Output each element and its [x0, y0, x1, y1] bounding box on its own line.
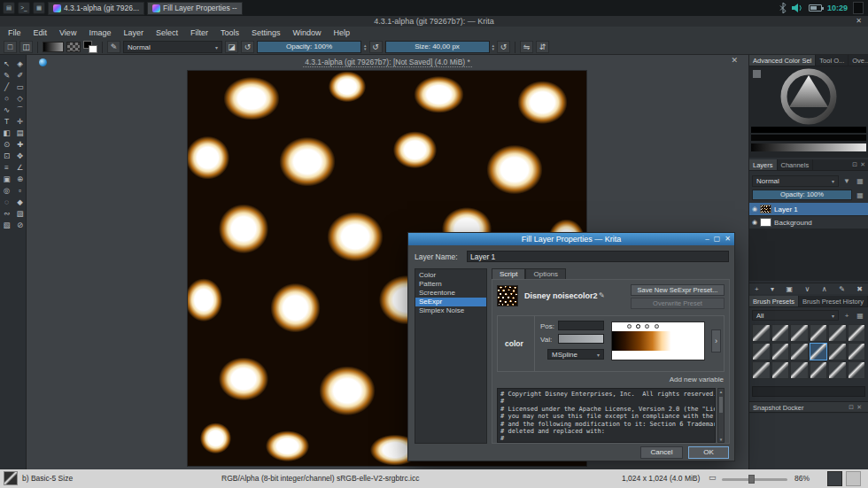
color-sampler-tool[interactable]: ⊙ [0, 139, 13, 151]
docker-tab[interactable]: Brush Presets [749, 296, 799, 306]
docker-tab[interactable]: Ove... [849, 55, 868, 66]
freehand-brush-tool[interactable]: ✎ [0, 70, 13, 81]
similar-select-tool[interactable]: ▧ [0, 220, 13, 231]
brush-view-mode-icon[interactable]: ▦ [855, 312, 865, 320]
close-docker-icon[interactable]: ✕ [860, 161, 865, 168]
file-manager-icon[interactable]: ▦ [33, 2, 45, 14]
add-layer-dropdown-icon[interactable]: ▾ [771, 285, 774, 293]
pattern-chooser[interactable] [66, 42, 81, 52]
menu-item[interactable]: Help [328, 27, 357, 40]
line-tool[interactable]: ╱ [0, 81, 13, 93]
selection-mode-icon[interactable]: ▭ [709, 473, 717, 482]
new-document-button[interactable]: □ [4, 41, 17, 53]
progress-settings-button[interactable] [846, 471, 861, 486]
terminal-icon[interactable]: >_ [18, 2, 30, 14]
gradient-stop[interactable] [645, 324, 649, 329]
menu-item[interactable]: Edit [27, 27, 54, 40]
scroll-up-icon[interactable]: ▴ [718, 389, 724, 394]
menu-item[interactable]: Image [82, 27, 117, 40]
gradient-ramp[interactable] [611, 321, 705, 360]
open-document-button[interactable]: ◫ [19, 41, 33, 53]
docker-tab[interactable]: Brush Preset History [799, 296, 868, 306]
cancel-button[interactable]: Cancel [640, 446, 683, 459]
smart-patch-tool[interactable]: ✚ [13, 139, 27, 151]
menu-item[interactable]: Layer [117, 27, 150, 40]
contiguous-select-tool[interactable]: ▨ [13, 208, 27, 220]
advanced-color-selector[interactable] [749, 66, 868, 158]
gradient-stop[interactable] [655, 324, 659, 329]
brush-editor-toggle[interactable]: ✎ [107, 41, 120, 53]
brush-preset-thumb[interactable] [771, 361, 790, 379]
document-close-icon[interactable]: ✕ [731, 56, 738, 65]
color-selector-triangle[interactable] [760, 68, 857, 125]
layer-row[interactable]: ◉ Background [749, 216, 868, 229]
foreground-background-colors[interactable] [83, 41, 97, 53]
brush-tag-combobox[interactable]: All ▾ [752, 310, 839, 321]
menu-item[interactable]: Select [150, 27, 184, 40]
menu-item[interactable]: View [53, 27, 82, 40]
zoom-slider-handle[interactable] [748, 475, 755, 484]
brush-preset-thumb[interactable] [810, 343, 828, 360]
taskbar-window-button[interactable]: 4.3.1-alpha (git 7926... [48, 2, 144, 15]
layer-opacity-slider[interactable]: Opacity: 100% [752, 190, 852, 200]
close-docker-icon[interactable]: ✕ [856, 401, 862, 413]
generator-item[interactable]: Pattern [415, 280, 486, 289]
pan-tool[interactable]: ⊕ [13, 174, 27, 185]
menu-item[interactable]: Filter [184, 27, 214, 40]
val-field[interactable] [558, 334, 604, 344]
ok-button[interactable]: OK [688, 446, 729, 459]
layer-view-options-icon[interactable]: ▦ [855, 177, 865, 185]
rectangle-tool[interactable]: ▭ [13, 81, 27, 93]
brush-preset-thumb[interactable] [790, 343, 809, 360]
current-brush-thumbnail[interactable] [4, 471, 18, 485]
brush-search-input[interactable] [752, 386, 865, 397]
layer-row[interactable]: ◉ Layer 1 [749, 203, 868, 215]
brush-preset-thumb[interactable] [752, 343, 771, 360]
text-tool[interactable]: T [0, 116, 13, 128]
docker-tab[interactable]: Channels [778, 159, 814, 170]
gradient-tool[interactable]: ▤ [13, 128, 27, 139]
zoom-tool[interactable]: ◎ [0, 185, 13, 197]
move-tool[interactable]: ✥ [13, 151, 27, 162]
generator-item[interactable]: Simplex Noise [415, 306, 486, 315]
add-new-variable-link[interactable]: Add new variable [670, 376, 724, 383]
magnetic-select-tool[interactable]: ⊘ [13, 220, 27, 231]
zoom-slider[interactable] [722, 478, 787, 481]
dialog-maximize-button[interactable]: ▢ [714, 233, 721, 245]
show-desktop-button[interactable] [853, 2, 864, 14]
brush-preset-thumb[interactable] [790, 324, 809, 342]
move-layer-up-button[interactable]: ∧ [822, 285, 827, 293]
brush-preset-thumb[interactable] [771, 343, 790, 360]
brush-preset-thumb[interactable] [848, 324, 866, 342]
opacity-spinner[interactable]: ▴▾ [364, 43, 367, 50]
reload-opacity-button[interactable]: ↺ [369, 41, 383, 53]
window-close-button[interactable]: ✕ [856, 16, 862, 27]
move-layer-down-button[interactable]: ∨ [805, 285, 810, 293]
size-spinner[interactable]: ▴▾ [492, 43, 495, 50]
measure-tool[interactable]: ∠ [13, 162, 27, 174]
polygonal-select-tool[interactable]: ◆ [13, 197, 27, 208]
scroll-down-icon[interactable]: ▾ [718, 437, 724, 442]
layer-visibility-icon[interactable]: ◉ [752, 205, 757, 213]
background-color-swatch[interactable] [89, 45, 97, 53]
transform-tool[interactable]: ◈ [13, 58, 27, 70]
brush-size-slider[interactable]: Size: 40,00 px [385, 41, 490, 53]
fill-tool[interactable]: ◧ [0, 128, 13, 139]
docker-tab[interactable]: Tool O... [816, 55, 849, 66]
float-docker-icon[interactable]: ⊡ [852, 161, 857, 168]
generator-item[interactable]: SeExpr [415, 298, 486, 306]
app-menu-icon[interactable]: ▤ [3, 2, 15, 14]
clock[interactable]: 10:29 [827, 4, 848, 12]
layer-name-input[interactable] [467, 251, 729, 262]
next-variable-button[interactable]: › [711, 329, 721, 352]
taskbar-window-button[interactable]: Fill Layer Properties -- [147, 2, 243, 15]
ellipse-select-tool[interactable]: ◌ [0, 197, 13, 208]
reload-preset-button[interactable]: ↺ [241, 41, 254, 53]
layer-filter-icon[interactable]: ▼ [841, 177, 852, 185]
brush-preset-thumb[interactable] [790, 361, 809, 379]
brush-preset-thumb[interactable] [828, 343, 847, 360]
dynamic-brush-tool[interactable]: ✐ [13, 70, 27, 81]
menu-item[interactable]: Settings [245, 27, 287, 40]
reference-images-tool[interactable]: ▣ [0, 174, 13, 185]
gradient-stop[interactable] [636, 324, 640, 329]
